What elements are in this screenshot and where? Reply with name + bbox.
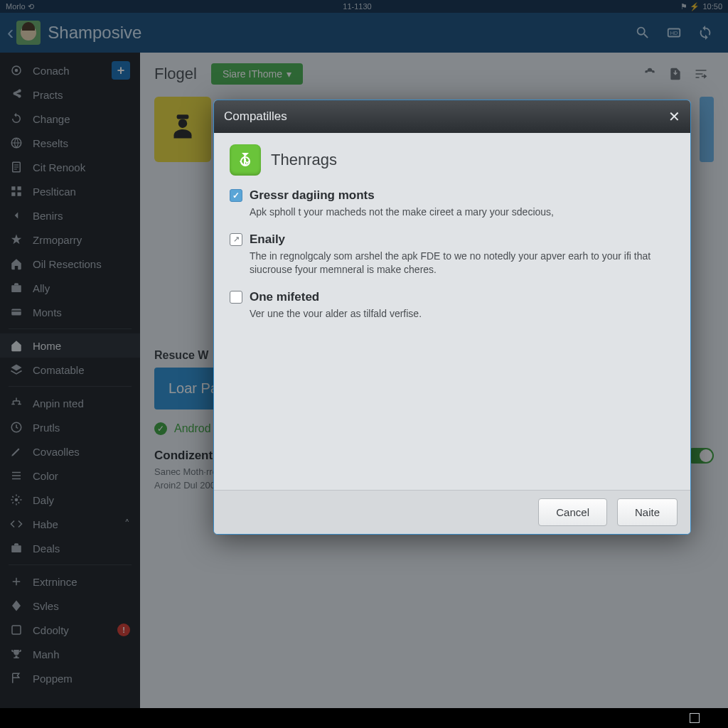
sidebar-item-label: Ally xyxy=(33,282,50,294)
user-avatar[interactable] xyxy=(16,21,41,45)
check-icon: ✓ xyxy=(154,422,167,435)
card-icon xyxy=(10,306,26,318)
trophy-icon xyxy=(10,648,26,660)
sidebar-item-oil-resections[interactable]: Oil Resections xyxy=(0,252,140,276)
sidebar-item-label: Benirs xyxy=(33,210,63,222)
sidebar-item-deals[interactable]: Deals xyxy=(0,536,140,560)
svg-point-3 xyxy=(15,69,18,73)
option-checkbox[interactable] xyxy=(230,233,242,246)
sidebar-item-anpin-nted[interactable]: Anpin nted xyxy=(0,391,140,415)
sidebar-item-practs[interactable]: Practs xyxy=(0,82,140,107)
sidebar-item-change[interactable]: Change xyxy=(0,107,140,131)
option-title: Gressr dagiing monts xyxy=(250,188,375,203)
sidebar-item-label: Cit Renook xyxy=(33,161,85,173)
case-icon xyxy=(10,282,26,294)
android-nav-bar xyxy=(0,708,728,728)
dialog-title: Compatilles xyxy=(224,109,287,124)
option-description: Ver une the vour alder as tilfald verfis… xyxy=(250,307,675,321)
svg-rect-8 xyxy=(11,193,15,196)
sidebar-item-prutls[interactable]: Prutls xyxy=(0,415,140,439)
sidebar-item-comatable[interactable]: Comatable xyxy=(0,358,140,382)
cancel-button[interactable]: Cancel xyxy=(538,498,607,526)
hd-icon[interactable]: HD xyxy=(658,17,690,48)
sidebar-item-conach[interactable]: Conach + xyxy=(0,58,140,82)
recent-apps-button[interactable] xyxy=(690,713,700,723)
status-right: ⚑ ⚡ 10:50 xyxy=(680,2,722,11)
option-checkbox[interactable] xyxy=(230,291,242,304)
sidebar-item-reselts[interactable]: Reselts xyxy=(0,131,140,155)
sidebar-item-label: Practs xyxy=(33,89,63,101)
ok-button[interactable]: Naite xyxy=(617,498,678,526)
refresh-icon[interactable] xyxy=(690,17,721,48)
sidebar-item-habe[interactable]: Habe ˄ xyxy=(0,512,140,536)
back-icon xyxy=(10,209,26,222)
sidebar-item-label: Home xyxy=(33,340,61,352)
option-description: Apk spholl t your macheds not the make c… xyxy=(250,205,675,220)
alert-badge: ! xyxy=(117,623,130,636)
share-button[interactable]: Siare IThome ▾ xyxy=(211,63,303,85)
svg-rect-7 xyxy=(18,186,21,190)
sidebar-item-cdoolty[interactable]: Cdoolty ! xyxy=(0,618,140,642)
grid-icon xyxy=(10,185,26,198)
sidebar-item-label: Prutls xyxy=(33,422,60,434)
svg-rect-15 xyxy=(12,626,21,634)
download-icon[interactable] xyxy=(637,61,663,87)
sidebar-item-zrmoparry[interactable]: Zrmoparry xyxy=(0,228,140,252)
option-title: One mifeted xyxy=(250,290,319,304)
sidebar-item-label: Conach xyxy=(33,65,70,77)
svg-rect-6 xyxy=(11,186,15,190)
home2-icon xyxy=(10,257,26,270)
svg-rect-17 xyxy=(177,114,189,119)
code-icon xyxy=(10,518,26,530)
sidebar-item-svles[interactable]: Svles xyxy=(0,594,140,618)
sidebar-item-covaolles[interactable]: Covaolles xyxy=(0,439,140,464)
add-button[interactable]: + xyxy=(112,61,130,80)
sidebar-item-extrnince[interactable]: Extrnince xyxy=(0,569,140,594)
sidebar-item-label: Comatable xyxy=(33,364,85,376)
sidebar-item-label: Habe xyxy=(33,518,58,530)
export-icon[interactable] xyxy=(663,61,688,87)
chevron-up-icon[interactable]: ˄ xyxy=(124,518,130,530)
option-description: The in regnolgcaly som arshel the apk FD… xyxy=(250,250,675,277)
dialog-option: One mifeted Ver une the vour alder as ti… xyxy=(230,290,675,321)
svg-text:HD: HD xyxy=(670,30,678,36)
share-icon xyxy=(10,88,26,101)
sidebar-item-label: Daly xyxy=(33,494,54,506)
sidebar-item-pesltican[interactable]: Pesltican xyxy=(0,179,140,203)
sidebar-item-label: Pesltican xyxy=(33,186,76,198)
back-button[interactable]: ‹ xyxy=(7,21,14,44)
search-icon[interactable] xyxy=(627,17,658,48)
status-center-time: 11-1130 xyxy=(34,2,681,11)
sidebar-item-label: Oil Resections xyxy=(33,258,102,270)
app-banner-icon xyxy=(154,97,211,162)
clock-icon xyxy=(10,421,26,434)
sidebar-item-color[interactable]: Color xyxy=(0,464,140,488)
settings-icon[interactable] xyxy=(688,61,714,87)
close-icon[interactable]: ✕ xyxy=(668,108,680,125)
sidebar-item-label: Covaolles xyxy=(33,446,80,458)
sidebar-item-ally[interactable]: Ally xyxy=(0,276,140,300)
option-checkbox[interactable] xyxy=(230,189,242,202)
sidebar-item-home[interactable]: Home xyxy=(0,333,140,358)
sidebar-item-label: Zrmoparry xyxy=(33,234,82,246)
sidebar-item-cit-renook[interactable]: Cit Renook xyxy=(0,155,140,179)
sidebar-item-benirs[interactable]: Benirs xyxy=(0,203,140,228)
tree-icon xyxy=(10,397,26,410)
sidebar-item-daly[interactable]: Daly xyxy=(0,488,140,512)
sidebar-item-manh[interactable]: Manh xyxy=(0,642,140,666)
sidebar-item-poppem[interactable]: Poppem xyxy=(0,666,140,690)
sidebar-item-label: Monts xyxy=(33,306,62,318)
dialog-option: Enaily The in regnolgcaly som arshel the… xyxy=(230,232,675,277)
option-title: Enaily xyxy=(250,232,285,247)
dialog-app-name: Thenrags xyxy=(271,151,337,169)
sidebar-item-label: Poppem xyxy=(33,673,73,685)
sidebar: Conach + Practs Change Reselts Cit Renoo… xyxy=(0,53,140,728)
refresh-icon xyxy=(10,112,26,125)
target-icon xyxy=(10,64,26,77)
app-title: Shamposive xyxy=(48,23,141,43)
diamond-icon xyxy=(10,599,26,612)
sidebar-item-monts[interactable]: Monts xyxy=(0,300,140,324)
sidebar-item-label: Color xyxy=(33,470,58,482)
svg-rect-14 xyxy=(11,545,21,552)
android-status-bar: Morlo ⟲ 11-1130 ⚑ ⚡ 10:50 xyxy=(0,0,728,13)
